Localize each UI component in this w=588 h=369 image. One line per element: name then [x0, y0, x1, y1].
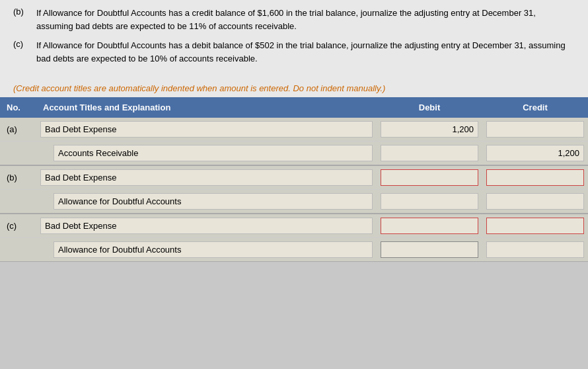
row-c-no: (c) — [0, 216, 36, 236]
row-b-debit[interactable] — [377, 166, 482, 189]
instruction-b: (b) If Allowance for Doubtful Accounts h… — [13, 7, 575, 32]
row-a2-debit[interactable] — [377, 142, 482, 165]
credit-note: (Credit account titles are automatically… — [0, 78, 588, 97]
header-debit: Debit — [377, 97, 482, 118]
row-b-account-input[interactable] — [40, 169, 373, 186]
row-c-credit-input[interactable] — [486, 218, 584, 234]
table-header: No. Account Titles and Explanation Debit… — [0, 97, 588, 118]
row-c2-account[interactable] — [36, 238, 377, 261]
table-row: 1,200 — [0, 142, 588, 166]
row-a2-account-input[interactable] — [54, 145, 373, 161]
header-no: No. — [0, 97, 36, 118]
row-b-debit-input[interactable] — [381, 169, 478, 186]
journal-table: No. Account Titles and Explanation Debit… — [0, 97, 588, 262]
table-row — [0, 238, 588, 262]
table-row: (a) — [0, 118, 588, 142]
row-c2-no — [0, 245, 36, 255]
table-row — [0, 190, 588, 214]
row-a-account[interactable] — [36, 118, 377, 141]
row-a-debit-input[interactable] — [381, 121, 478, 138]
row-b-account[interactable] — [36, 166, 377, 189]
header-account: Account Titles and Explanation — [36, 97, 377, 118]
row-c2-credit-input[interactable] — [486, 241, 584, 258]
row-c2-credit[interactable] — [482, 238, 588, 261]
row-c2-debit[interactable] — [377, 238, 482, 261]
row-c2-debit-input[interactable] — [381, 241, 478, 258]
row-b2-debit-input[interactable] — [381, 193, 478, 210]
row-b2-account-input[interactable] — [54, 193, 373, 210]
row-c2-account-input[interactable] — [54, 241, 373, 258]
row-b2-credit[interactable] — [482, 190, 588, 213]
row-b-credit-input[interactable] — [486, 169, 584, 186]
row-b2-credit-input[interactable] — [486, 193, 584, 210]
row-b2-debit[interactable] — [377, 190, 482, 213]
header-credit: Credit — [482, 97, 588, 118]
row-a-no: (a) — [0, 119, 36, 140]
row-a2-credit-display: 1,200 — [486, 145, 584, 161]
instruction-b-label: (b) — [13, 7, 36, 17]
row-c-debit-input[interactable] — [381, 218, 478, 234]
row-c-account[interactable] — [36, 214, 377, 237]
instruction-b-text: If Allowance for Doubtful Accounts has a… — [36, 7, 575, 32]
row-b2-no — [0, 196, 36, 207]
row-a2-debit-input[interactable] — [381, 145, 478, 161]
row-a2-no — [0, 148, 36, 159]
instruction-c-text: If Allowance for Doubtful Accounts has a… — [36, 39, 575, 65]
row-a-account-input[interactable] — [40, 121, 373, 138]
row-a-debit[interactable] — [377, 118, 482, 141]
table-row: (b) — [0, 166, 588, 190]
row-c-account-input[interactable] — [40, 218, 373, 234]
instruction-c: (c) If Allowance for Doubtful Accounts h… — [13, 39, 575, 65]
row-c-credit[interactable] — [482, 214, 588, 237]
row-b2-account[interactable] — [36, 190, 377, 213]
row-b-credit[interactable] — [482, 166, 588, 189]
row-a-credit[interactable] — [482, 118, 588, 141]
row-a-credit-input[interactable] — [486, 121, 584, 138]
row-a2-credit[interactable]: 1,200 — [482, 142, 588, 165]
instruction-c-label: (c) — [13, 39, 36, 49]
row-a2-account[interactable] — [36, 142, 377, 165]
row-c-debit[interactable] — [377, 214, 482, 237]
table-row: (c) — [0, 214, 588, 238]
row-b-no: (b) — [0, 167, 36, 188]
